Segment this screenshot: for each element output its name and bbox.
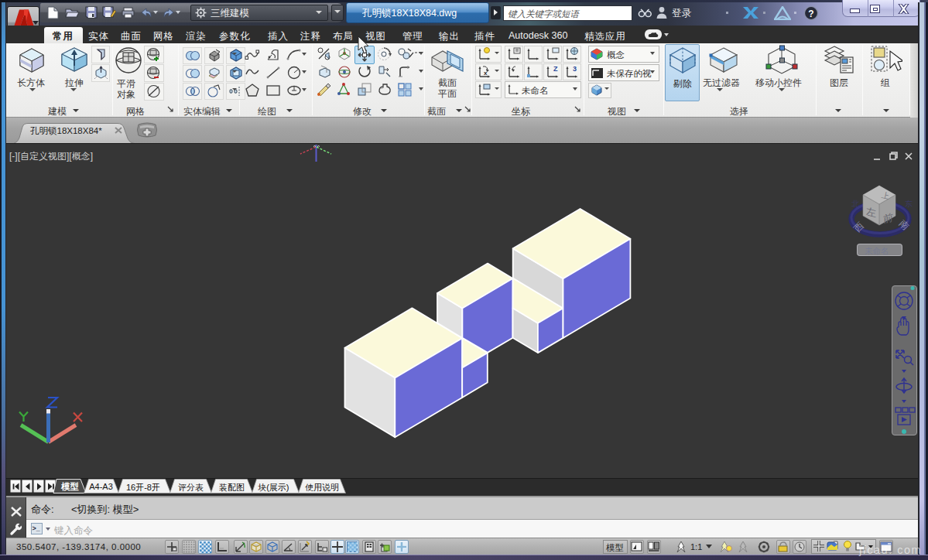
svg-text:前: 前 <box>883 211 893 225</box>
svg-text:北: 北 <box>851 200 860 208</box>
svg-text:1:1: 1:1 <box>690 542 702 551</box>
svg-text:上: 上 <box>880 190 890 200</box>
svg-text:东: 东 <box>905 200 913 208</box>
